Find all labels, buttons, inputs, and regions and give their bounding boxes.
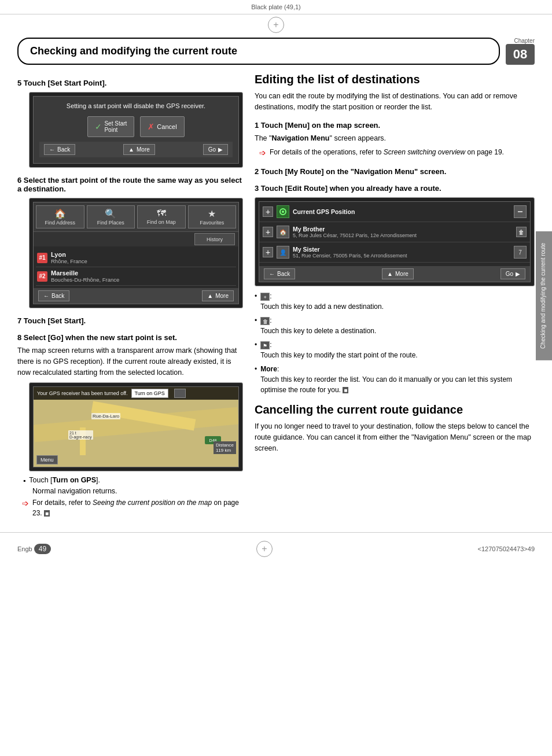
language-label: Engb xyxy=(17,545,32,552)
chapter-title: Checking and modifying the current route xyxy=(17,38,500,65)
more-label-step5: More xyxy=(137,146,150,153)
section1-body: You can edit the route by modifying the … xyxy=(255,91,535,113)
back-label-step5: Back xyxy=(57,146,70,153)
go-button-edit-route[interactable]: Go ▶ xyxy=(501,268,525,279)
sister-route-addr: 51, Rue Censier, 75005 Paris, 5e Arrondi… xyxy=(293,253,510,259)
turn-on-gps-instruction: Touch [Turn on GPS]. xyxy=(29,476,100,484)
bullet-more: • More: Touch this key to reorder the li… xyxy=(255,364,535,395)
step-8-heading: 8 Select [Go] when the new start point i… xyxy=(17,333,243,342)
more-button-edit-route[interactable]: ▲ More xyxy=(382,268,414,279)
go-arrow-icon-step5: ▶ xyxy=(218,146,223,153)
step-r1-body: The "Navigation Menu" screen appears. xyxy=(255,133,535,144)
dest-num-2: #2 xyxy=(37,271,47,282)
route-item-sister: + 👤 My Sister 51, Rue Censier, 75005 Par… xyxy=(259,242,530,263)
back-button-edit-route[interactable]: ← Back xyxy=(264,268,295,279)
turn-on-gps-button[interactable]: Turn on GPS xyxy=(131,389,168,398)
route-menu-icon xyxy=(514,205,527,218)
back-arrow-icon: ← xyxy=(49,146,55,153)
turn-on-gps-label: Turn on GPS xyxy=(53,476,96,484)
set-start-label: Set StartPoint xyxy=(104,120,127,133)
section2-heading: Cancelling the current route guidance xyxy=(255,403,535,416)
chapter-title-text: Checking and modifying the current route xyxy=(30,45,237,57)
add-dest-brother-button[interactable]: + xyxy=(263,227,273,237)
dialog-text: Setting a start point will disable the G… xyxy=(39,102,233,109)
dest-num-1: #1 xyxy=(37,253,47,263)
step-6-heading: 6 Select the start point of the route th… xyxy=(17,176,243,193)
set-start-point-button[interactable]: ✓ Set StartPoint xyxy=(87,116,134,137)
chapter-label: Chapter xyxy=(514,38,535,44)
gps-route-name: Current GPS Position xyxy=(293,208,510,215)
main-content: 5 Touch [Set Start Point]. Setting a sta… xyxy=(17,65,535,521)
more-icon-edit-route: ▲ xyxy=(387,271,393,277)
find-places-btn[interactable]: 🔍 Find Places xyxy=(87,205,135,228)
gps-warning-bar: Your GPS receiver has been turned off. T… xyxy=(34,387,238,400)
route-item-brother: + 🏠 My Brother 5, Rue Jules César, 75012… xyxy=(259,222,530,242)
dest-item-1: #1 Lyon Rhône, France xyxy=(36,249,236,267)
gps-route-icon xyxy=(277,205,289,218)
sister-route-icon: 👤 xyxy=(277,246,289,259)
step-r2-heading: 2 Touch [My Route] on the "Navigation Me… xyxy=(255,167,535,176)
step-5-heading-text: 5 Touch [Set Start Point]. xyxy=(17,79,106,87)
dest-addr-1: Rhône, France xyxy=(51,258,235,264)
footer-barcode: <127075024473>49 xyxy=(478,545,535,552)
bullet-dot-3: • xyxy=(255,340,257,360)
cancel-button[interactable]: ✗ Cancel xyxy=(140,116,184,137)
favourites-icon: ★ xyxy=(192,208,233,219)
side-tab: Checking and modifying the current route xyxy=(536,231,552,360)
step-r3-heading: 3 Touch [Edit Route] when you already ha… xyxy=(255,184,535,193)
more-icon-step6: ▲ xyxy=(207,293,213,299)
step-r3-heading-text: 3 Touch [Edit Route] when you already ha… xyxy=(255,184,441,193)
history-btn[interactable]: History xyxy=(194,233,235,245)
add-dest-button[interactable]: + xyxy=(263,206,273,217)
back-button-step5[interactable]: ← Back xyxy=(44,144,75,155)
more-bold-label: More xyxy=(260,365,277,373)
arrow-note-left: ➩ For details, refer to Seeing the curre… xyxy=(22,497,243,518)
road-label-2: 21 tD-agre-nacy xyxy=(68,430,93,440)
footer-language: Engb 49 xyxy=(17,545,51,553)
more-button-step5[interactable]: ▲ More xyxy=(123,144,155,155)
menu-button-map[interactable]: Menu xyxy=(36,455,58,464)
gps-warning-text: Your GPS receiver has been turned off. xyxy=(37,390,128,396)
top-crosshair-icon: + xyxy=(268,17,284,33)
step-r1-heading: 1 Touch [Menu] on the map screen. xyxy=(255,121,535,130)
more-button-step6[interactable]: ▲ More xyxy=(202,290,234,301)
route-item-gps: + Current GPS Position xyxy=(259,202,530,222)
history-label: History xyxy=(207,237,223,242)
brother-route-addr: 5, Rue Jules César, 75012 Paris, 12e Arr… xyxy=(293,233,513,238)
destinations-list: #1 Lyon Rhône, France #2 Marseille Bouch… xyxy=(34,246,238,288)
arrow-note-step1: ➩ For details of the operations, refer t… xyxy=(259,147,535,159)
bullet-modify-text: ⚑: Touch this key to modify the start po… xyxy=(260,340,417,360)
step-5-screenshot: Setting a start point will disable the G… xyxy=(29,92,243,168)
delete-brother-button[interactable]: 🗑 xyxy=(516,227,527,237)
more-label-edit-route: More xyxy=(395,271,409,277)
find-address-btn[interactable]: 🏠 Find Address xyxy=(36,205,84,228)
bullet-square-icon: ▪ xyxy=(23,477,25,485)
distance-text: Distance 119 km xyxy=(216,442,234,453)
step-8-body: The map screen returns with a transparen… xyxy=(17,345,243,378)
favourites-label: Favourites xyxy=(200,220,224,226)
xmark-icon: ✗ xyxy=(148,122,154,131)
page-footer: Engb 49 + <127075024473>49 xyxy=(0,532,552,565)
arrow-note-step1-text: For details of the operations, refer to … xyxy=(270,147,504,159)
sort-icon: 7 xyxy=(514,246,527,259)
dialog-buttons: ✓ Set StartPoint ✗ Cancel xyxy=(39,116,233,137)
arrow-symbol-icon: ➩ xyxy=(22,497,29,518)
bullet-dot-1: • xyxy=(255,291,257,312)
add-dest-sister-button[interactable]: + xyxy=(263,247,273,257)
right-column: Editing the list of destinations You can… xyxy=(255,71,535,521)
dest-addr-2: Bouches-Du-Rhône, France xyxy=(51,276,235,283)
step-8-heading-text: 8 Select [Go] when the new start point i… xyxy=(17,333,177,342)
bullet-add-text: +: Touch this key to add a new destinati… xyxy=(260,291,384,312)
favourites-btn[interactable]: ★ Favourites xyxy=(188,205,237,228)
back-label-edit-route: Back xyxy=(277,271,290,277)
find-on-map-btn[interactable]: 🗺 Find on Map xyxy=(137,205,186,228)
edit-route-screenshot: + Current GPS Position + 🏠 xyxy=(255,197,535,286)
bottom-crosshair: + xyxy=(256,541,273,557)
step-6-heading-text: 6 Select the start point of the route th… xyxy=(17,176,242,193)
bullet-more-text: More: Touch this key to reorder the list… xyxy=(260,364,535,395)
back-button-step6[interactable]: ← Back xyxy=(38,290,69,301)
chapter-header: Checking and modifying the current route… xyxy=(17,38,535,65)
go-button-step5[interactable]: Go ▶ xyxy=(203,144,228,155)
nav-menu-bottom-step6: ← Back ▲ More xyxy=(34,288,238,304)
sister-route-name: My Sister xyxy=(293,246,510,253)
